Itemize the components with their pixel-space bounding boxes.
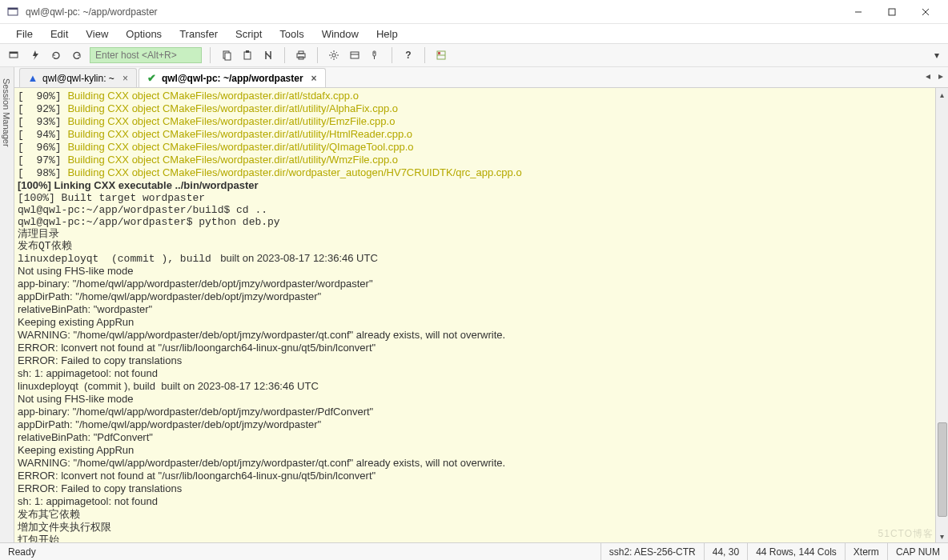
svg-rect-3: [889, 9, 895, 15]
warning-icon: ▲: [28, 74, 38, 83]
svg-rect-13: [299, 51, 303, 54]
svg-point-15: [332, 54, 335, 57]
tabbar: ▲qwl@qwl-kylin: ~×✔qwl@qwl-pc: ~/app/wor…: [14, 67, 948, 88]
status-connection: ssh2: AES-256-CTR: [601, 543, 705, 560]
svg-rect-31: [438, 52, 440, 54]
window-title: qwl@qwl-pc: ~/app/wordpaster: [26, 6, 842, 18]
menu-tools[interactable]: Tools: [271, 26, 311, 42]
toolbar: ? ▾: [0, 43, 948, 67]
menu-edit[interactable]: Edit: [42, 26, 76, 42]
terminal[interactable]: [ 90%] Building CXX object CMakeFiles/wo…: [14, 88, 948, 542]
status-term-type: Xterm: [846, 543, 888, 560]
scroll-down-icon[interactable]: ▾: [936, 530, 949, 542]
scroll-thumb[interactable]: [938, 422, 947, 517]
status-size: 44 Rows, 144 Cols: [748, 543, 846, 560]
settings-icon[interactable]: [326, 47, 342, 63]
tab-next-icon[interactable]: ▸: [938, 70, 943, 82]
svg-rect-1: [8, 8, 18, 10]
scroll-track[interactable]: [936, 101, 949, 530]
tab-prev-icon[interactable]: ◂: [926, 70, 930, 82]
content-column: ▲qwl@qwl-kylin: ~×✔qwl@qwl-pc: ~/app/wor…: [14, 67, 948, 542]
connect-icon[interactable]: [6, 47, 22, 63]
svg-line-23: [331, 58, 331, 58]
svg-rect-9: [225, 53, 231, 60]
svg-line-20: [331, 52, 331, 53]
tab-label: qwl@qwl-kylin: ~: [42, 73, 114, 84]
svg-rect-26: [373, 51, 376, 56]
close-button[interactable]: [910, 2, 942, 22]
disconnect-icon[interactable]: [69, 47, 85, 63]
separator: [284, 47, 285, 63]
window-controls: [842, 2, 942, 22]
menu-file[interactable]: File: [8, 26, 41, 42]
separator: [210, 47, 211, 63]
menubar: FileEditViewOptionsTransferScriptToolsWi…: [0, 24, 948, 43]
session-tab[interactable]: ✔qwl@qwl-pc: ~/app/wordpaster×: [139, 68, 326, 87]
titlebar: qwl@qwl-pc: ~/app/wordpaster: [0, 0, 948, 24]
separator: [317, 47, 318, 63]
menu-window[interactable]: Window: [314, 26, 367, 42]
app-icon: [6, 6, 19, 18]
find-icon[interactable]: [260, 47, 276, 63]
statusbar: Ready ssh2: AES-256-CTR 44, 30 44 Rows, …: [0, 542, 948, 560]
svg-rect-24: [351, 52, 359, 58]
status-cursor-pos: 44, 30: [705, 543, 748, 560]
menu-help[interactable]: Help: [368, 26, 406, 42]
help-icon[interactable]: ?: [400, 47, 416, 63]
tab-arrows: ◂ ▸: [926, 70, 943, 82]
menu-script[interactable]: Script: [227, 26, 270, 42]
main-area: Session Manager ▲qwl@qwl-kylin: ~×✔qwl@q…: [0, 67, 948, 542]
terminal-output: [ 90%] Building CXX object CMakeFiles/wo…: [14, 88, 948, 542]
paste-icon[interactable]: [239, 47, 255, 63]
quick-connect-icon[interactable]: [27, 47, 43, 63]
tab-label: qwl@qwl-pc: ~/app/wordpaster: [162, 73, 303, 84]
host-input[interactable]: [90, 47, 202, 63]
svg-rect-7: [10, 52, 18, 54]
scroll-up-icon[interactable]: ▴: [936, 88, 949, 101]
print-icon[interactable]: [293, 47, 309, 63]
menu-view[interactable]: View: [78, 26, 116, 42]
session-manager-tab[interactable]: Session Manager: [0, 67, 14, 542]
svg-rect-10: [244, 52, 251, 59]
minimize-button[interactable]: [842, 2, 874, 22]
separator: [424, 47, 425, 63]
copy-icon[interactable]: [219, 47, 235, 63]
reconnect-icon[interactable]: [48, 47, 64, 63]
svg-point-27: [374, 52, 376, 54]
svg-line-21: [336, 58, 337, 58]
toggle-pane-icon[interactable]: [433, 47, 449, 63]
svg-rect-11: [246, 50, 249, 53]
status-caps: CAP NUM: [888, 543, 948, 560]
tab-close-icon[interactable]: ×: [311, 73, 317, 84]
tab-close-icon[interactable]: ×: [123, 73, 128, 84]
svg-line-22: [336, 52, 337, 53]
scrollbar[interactable]: ▴ ▾: [935, 88, 948, 542]
toolbar-overflow-icon[interactable]: ▾: [932, 50, 942, 61]
maximize-button[interactable]: [876, 2, 908, 22]
keymap-icon[interactable]: [368, 47, 384, 63]
session-manager-label: Session Manager: [0, 74, 13, 152]
status-ready: Ready: [0, 543, 601, 560]
menu-options[interactable]: Options: [118, 26, 170, 42]
session-tab[interactable]: ▲qwl@qwl-kylin: ~×: [19, 68, 137, 87]
menu-transfer[interactable]: Transfer: [171, 26, 226, 42]
session-options-icon[interactable]: [347, 47, 363, 63]
separator: [392, 47, 392, 63]
check-icon: ✔: [147, 74, 157, 83]
